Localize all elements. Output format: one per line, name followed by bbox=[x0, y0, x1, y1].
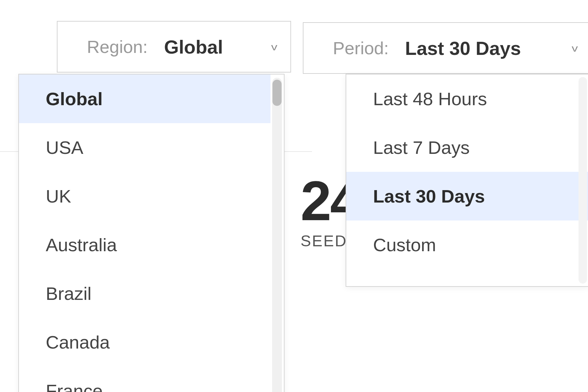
region-option[interactable]: Canada bbox=[19, 318, 270, 367]
region-option[interactable]: France bbox=[19, 367, 270, 392]
period-dropdown: Last 48 HoursLast 7 DaysLast 30 DaysCust… bbox=[346, 74, 588, 287]
period-option[interactable]: Custom bbox=[346, 220, 588, 269]
scrollbar-track[interactable] bbox=[272, 78, 282, 392]
region-select[interactable]: Region: Global v bbox=[57, 21, 291, 73]
period-select[interactable]: Period: Last 30 Days v bbox=[303, 22, 588, 74]
region-option[interactable]: Global bbox=[19, 74, 270, 123]
period-option[interactable]: Last 48 Hours bbox=[346, 74, 588, 123]
scrollbar-thumb[interactable] bbox=[272, 80, 282, 106]
region-option[interactable]: Brazil bbox=[19, 269, 270, 318]
region-option[interactable]: Australia bbox=[19, 220, 270, 269]
period-select-label: Period: bbox=[333, 38, 389, 58]
chevron-down-icon: v bbox=[572, 42, 578, 54]
period-option[interactable]: Last 30 Days bbox=[346, 172, 588, 220]
region-dropdown: GlobalUSAUKAustraliaBrazilCanadaFrance bbox=[18, 74, 285, 392]
scrollbar-track[interactable] bbox=[579, 77, 587, 284]
region-select-label: Region: bbox=[87, 37, 148, 57]
period-select-value: Last 30 Days bbox=[405, 37, 572, 59]
region-option[interactable]: UK bbox=[19, 172, 270, 220]
period-option[interactable]: Last 7 Days bbox=[346, 123, 588, 172]
region-option[interactable]: USA bbox=[19, 123, 270, 172]
region-select-value: Global bbox=[164, 36, 271, 58]
chevron-down-icon: v bbox=[271, 41, 277, 52]
